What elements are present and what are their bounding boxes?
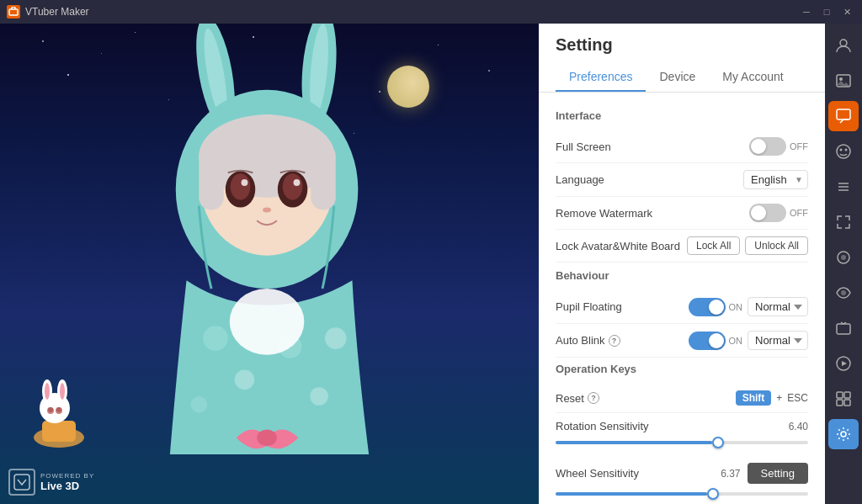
sidebar-icon-chat[interactable] bbox=[828, 101, 859, 131]
pupil-floating-toggle-thumb bbox=[709, 300, 724, 315]
rotation-slider-fill bbox=[556, 441, 712, 444]
language-select-wrap: English 日本語 中文 ▼ bbox=[743, 170, 808, 189]
svg-point-20 bbox=[310, 387, 328, 406]
language-select[interactable]: English 日本語 中文 bbox=[743, 170, 808, 189]
svg-point-35 bbox=[56, 407, 61, 412]
auto-blink-toggle-track[interactable] bbox=[689, 332, 726, 350]
minimize-button[interactable]: ─ bbox=[798, 5, 815, 19]
reset-key-control: Shift + ESC bbox=[736, 390, 808, 406]
lock-all-button[interactable]: Lock All bbox=[687, 236, 740, 255]
pupil-floating-label: Pupil Floating bbox=[556, 300, 622, 313]
fullscreen-toggle[interactable]: OFF bbox=[749, 137, 808, 156]
sidebar-icon-circle[interactable] bbox=[828, 242, 859, 273]
main-area: POWERED BY Live 3D Setting Preferences D… bbox=[0, 24, 862, 504]
svg-point-41 bbox=[837, 145, 850, 158]
watermark-row: Remove Watermark OFF bbox=[556, 197, 808, 230]
sidebar-icon-tv[interactable] bbox=[828, 313, 859, 343]
sidebar-icon-expand[interactable] bbox=[828, 207, 859, 237]
watermark-toggle[interactable]: OFF bbox=[749, 204, 808, 222]
pupil-floating-toggle[interactable]: ON bbox=[689, 298, 743, 316]
behaviour-section-title: Behaviour bbox=[556, 269, 808, 282]
tab-my-account[interactable]: My Account bbox=[709, 63, 796, 92]
bunny-decoration bbox=[25, 374, 93, 454]
setting-button[interactable]: Setting bbox=[748, 463, 808, 484]
wheel-sensitivity-label: Wheel Sensitivity bbox=[556, 467, 639, 480]
avatar-area: POWERED BY Live 3D bbox=[0, 24, 539, 504]
auto-blink-select[interactable]: Normal Slow Fast bbox=[748, 331, 808, 350]
wheel-slider-fill bbox=[556, 492, 707, 496]
unlock-all-button[interactable]: Unlock All bbox=[745, 236, 808, 255]
rotation-slider-thumb[interactable] bbox=[712, 437, 724, 448]
sidebar-icon-play[interactable] bbox=[828, 348, 859, 379]
sidebar-icon-gear[interactable] bbox=[828, 419, 859, 449]
reset-label: Reset ? bbox=[556, 392, 599, 405]
close-button[interactable]: ✕ bbox=[838, 5, 855, 19]
svg-point-49 bbox=[841, 290, 846, 295]
language-label: Language bbox=[556, 173, 604, 186]
wheel-sensitivity-slider[interactable] bbox=[556, 487, 808, 501]
svg-point-24 bbox=[257, 429, 277, 446]
settings-tabs: Preferences Device My Account bbox=[556, 63, 808, 92]
reset-help-icon[interactable]: ? bbox=[588, 392, 599, 404]
wheel-sensitivity-value: 6.37 bbox=[721, 468, 740, 480]
auto-blink-help-icon[interactable]: ? bbox=[609, 335, 620, 347]
title-bar-left: VTuber Maker bbox=[7, 5, 89, 19]
svg-rect-40 bbox=[837, 109, 850, 119]
fullscreen-toggle-track[interactable] bbox=[749, 137, 786, 156]
svg-point-56 bbox=[841, 432, 846, 437]
rotation-sensitivity-value: 6.40 bbox=[789, 421, 808, 432]
title-bar: VTuber Maker ─ □ ✕ bbox=[0, 0, 862, 24]
wheel-slider-track bbox=[556, 492, 808, 496]
svg-rect-8 bbox=[199, 144, 224, 210]
svg-point-17 bbox=[203, 326, 228, 351]
rotation-sensitivity-label: Rotation Sensitivity bbox=[556, 420, 649, 432]
avatar-character bbox=[67, 24, 471, 504]
svg-rect-36 bbox=[14, 475, 29, 490]
auto-blink-toggle[interactable]: ON bbox=[689, 332, 743, 350]
rotation-sensitivity-slider[interactable] bbox=[556, 436, 808, 449]
watermark-toggle-track[interactable] bbox=[749, 204, 786, 222]
rotation-sensitivity-row: Rotation Sensitivity 6.40 bbox=[556, 413, 808, 456]
sidebar-icon-user[interactable] bbox=[828, 30, 859, 61]
auto-blink-row: Auto Blink ? ON Normal Slow bbox=[556, 324, 808, 358]
wheel-sensitivity-row: Wheel Sensitivity 6.37 Setting bbox=[556, 456, 808, 504]
svg-point-18 bbox=[235, 370, 255, 390]
watermark-control: OFF bbox=[749, 204, 808, 222]
pupil-floating-toggle-track[interactable] bbox=[689, 298, 726, 316]
sidebar-icon-frame[interactable] bbox=[828, 384, 859, 414]
pupil-floating-row: Pupil Floating ON Normal Slow Fast bbox=[556, 290, 808, 324]
sidebar-icon-image[interactable] bbox=[828, 66, 859, 96]
sidebar-icon-list[interactable] bbox=[828, 172, 859, 202]
logo-text: POWERED BY Live 3D bbox=[40, 472, 94, 492]
tab-device[interactable]: Device bbox=[646, 63, 709, 92]
svg-point-15 bbox=[294, 179, 301, 186]
pupil-floating-toggle-label: ON bbox=[729, 302, 743, 312]
auto-blink-label: Auto Blink ? bbox=[556, 334, 620, 347]
svg-point-31 bbox=[60, 383, 65, 400]
fullscreen-toggle-label: OFF bbox=[790, 141, 808, 151]
tab-preferences[interactable]: Preferences bbox=[556, 63, 646, 92]
logo-area: POWERED BY Live 3D bbox=[8, 469, 94, 496]
pupil-floating-select[interactable]: Normal Slow Fast bbox=[748, 297, 808, 316]
svg-point-16 bbox=[263, 208, 271, 213]
svg-point-14 bbox=[242, 179, 248, 186]
fullscreen-control: OFF bbox=[749, 137, 808, 156]
fullscreen-label: Full Screen bbox=[556, 141, 611, 153]
watermark-toggle-label: OFF bbox=[790, 208, 808, 218]
app-container: VTuber Maker ─ □ ✕ bbox=[0, 0, 862, 504]
auto-blink-toggle-thumb bbox=[709, 333, 724, 348]
pupil-floating-control: ON Normal Slow Fast bbox=[689, 297, 809, 316]
svg-rect-52 bbox=[837, 392, 843, 398]
svg-rect-54 bbox=[837, 400, 843, 406]
svg-point-43 bbox=[845, 149, 848, 151]
interface-section-title: Interface bbox=[556, 109, 808, 122]
wheel-slider-thumb[interactable] bbox=[707, 488, 719, 500]
svg-rect-0 bbox=[9, 9, 18, 15]
auto-blink-control: ON Normal Slow Fast bbox=[689, 331, 809, 350]
settings-panel: Setting Preferences Device My Account In… bbox=[539, 24, 825, 504]
svg-point-34 bbox=[48, 407, 53, 412]
sidebar-icon-face[interactable] bbox=[828, 136, 859, 167]
sidebar-icon-eye[interactable] bbox=[828, 278, 859, 308]
right-sidebar bbox=[825, 24, 862, 504]
maximize-button[interactable]: □ bbox=[818, 5, 835, 19]
